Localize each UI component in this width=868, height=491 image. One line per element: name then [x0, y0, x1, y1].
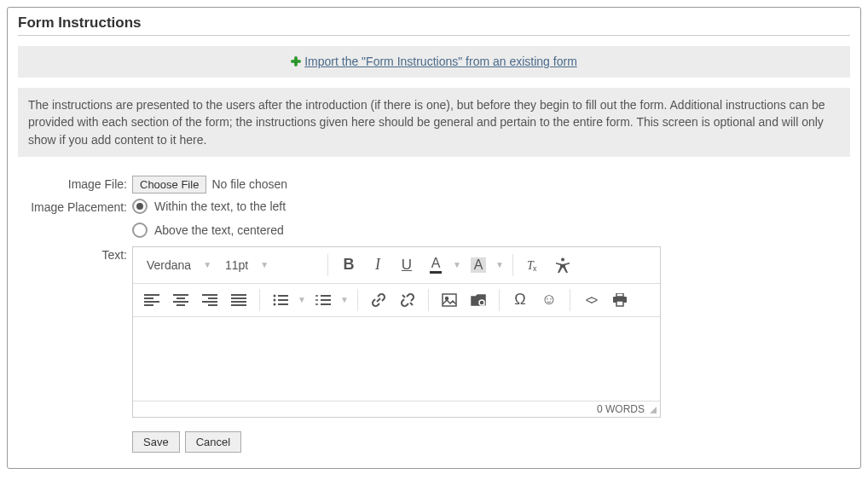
import-link-text: Import the "Form Instructions" from an e… — [304, 55, 577, 68]
radio-label: Above the text, centered — [154, 223, 284, 237]
svg-rect-1 — [292, 61, 301, 63]
radio-icon — [132, 222, 148, 238]
radio-within-text[interactable]: Within the text, to the left — [132, 199, 286, 214]
toolbar-separator — [259, 289, 260, 311]
clear-formatting-button[interactable]: Tx — [520, 252, 547, 278]
choose-file-button[interactable]: Choose File — [132, 176, 206, 194]
radio-icon — [132, 199, 148, 214]
form-area: Image File: Choose File No file chosen I… — [18, 176, 850, 453]
font-size-dropdown[interactable]: 11pt ▼ — [218, 255, 321, 275]
import-link[interactable]: Import the "Form Instructions" from an e… — [291, 55, 577, 68]
numbered-list-button[interactable] — [310, 287, 337, 313]
toolbar-separator — [512, 254, 513, 276]
background-color-button[interactable]: A — [465, 252, 492, 278]
source-code-button[interactable]: <> — [577, 287, 605, 313]
save-button[interactable]: Save — [132, 431, 180, 453]
svg-rect-39 — [616, 293, 623, 297]
underline-button[interactable]: U — [393, 252, 420, 278]
browse-image-button[interactable] — [465, 287, 492, 313]
toolbar-separator — [428, 289, 429, 311]
row-image-file: Image File: Choose File No file chosen — [21, 176, 847, 194]
bold-button[interactable]: B — [335, 252, 362, 278]
bg-color-letter: A — [471, 257, 487, 273]
align-center-button[interactable] — [167, 287, 194, 313]
text-color-button[interactable]: A — [422, 252, 449, 278]
label-text: Text: — [21, 246, 132, 262]
word-count-text: 0 WORDS — [597, 403, 645, 415]
italic-button[interactable]: I — [364, 252, 391, 278]
file-status-text: No file chosen — [211, 177, 287, 191]
row-image-placement: Image Placement: Within the text, to the… — [21, 199, 847, 238]
align-justify-button[interactable] — [225, 287, 252, 313]
font-size-value: 11pt — [225, 258, 248, 272]
accessibility-button[interactable] — [549, 252, 576, 278]
radio-label: Within the text, to the left — [154, 199, 286, 213]
svg-point-23 — [274, 298, 276, 301]
svg-line-33 — [402, 295, 405, 297]
toolbar-separator — [570, 289, 570, 311]
insert-image-button[interactable] — [436, 287, 463, 313]
editor-toolbar-row-1: Verdana ▼ 11pt ▼ B I U A — [133, 247, 660, 284]
cancel-button[interactable]: Cancel — [185, 431, 241, 453]
page-heading: Form Instructions — [18, 14, 850, 36]
align-left-button[interactable] — [138, 287, 165, 313]
resize-handle[interactable] — [650, 407, 658, 415]
toolbar-separator — [327, 254, 328, 276]
emoticon-button[interactable]: ☺ — [535, 287, 563, 313]
rich-text-editor: Verdana ▼ 11pt ▼ B I U A — [132, 246, 661, 418]
chevron-down-icon[interactable]: ▼ — [451, 260, 463, 269]
toolbar-separator — [499, 289, 500, 311]
action-button-row: Save Cancel — [132, 431, 241, 453]
svg-point-25 — [274, 303, 276, 305]
svg-rect-35 — [443, 294, 456, 306]
chevron-down-icon: ▼ — [260, 260, 269, 269]
plus-icon — [291, 56, 301, 66]
font-family-dropdown[interactable]: Verdana ▼ — [140, 255, 217, 275]
row-text-editor: Text: Verdana ▼ 11pt ▼ B I — [21, 246, 847, 453]
editor-content-area[interactable] — [133, 317, 660, 401]
description-box: The instructions are presented to the us… — [18, 88, 850, 157]
text-color-letter: A — [431, 257, 441, 270]
svg-text:x: x — [533, 264, 537, 273]
print-button[interactable] — [606, 287, 634, 313]
font-family-value: Verdana — [147, 258, 191, 272]
special-character-button[interactable]: Ω — [506, 287, 534, 313]
editor-toolbar-row-2: ▼ ▼ — [133, 284, 660, 317]
svg-point-21 — [274, 294, 276, 297]
svg-point-4 — [561, 257, 564, 261]
chevron-down-icon[interactable]: ▼ — [296, 295, 308, 304]
remove-link-button[interactable] — [394, 287, 421, 313]
svg-line-34 — [410, 303, 413, 305]
label-image-file: Image File: — [21, 176, 132, 191]
chevron-down-icon[interactable]: ▼ — [494, 260, 506, 269]
label-image-placement: Image Placement: — [21, 199, 132, 214]
svg-rect-41 — [616, 301, 623, 306]
editor-status-bar: 0 WORDS — [133, 401, 660, 417]
import-bar: Import the "Form Instructions" from an e… — [18, 46, 850, 78]
toolbar-separator — [357, 289, 358, 311]
bullet-list-button[interactable] — [267, 287, 294, 313]
insert-link-button[interactable] — [365, 287, 392, 313]
align-right-button[interactable] — [196, 287, 223, 313]
chevron-down-icon[interactable]: ▼ — [339, 295, 350, 304]
radio-above-text[interactable]: Above the text, centered — [132, 222, 286, 238]
color-underline — [430, 271, 442, 274]
chevron-down-icon: ▼ — [203, 260, 211, 269]
form-instructions-panel: Form Instructions Import the "Form Instr… — [7, 7, 861, 469]
